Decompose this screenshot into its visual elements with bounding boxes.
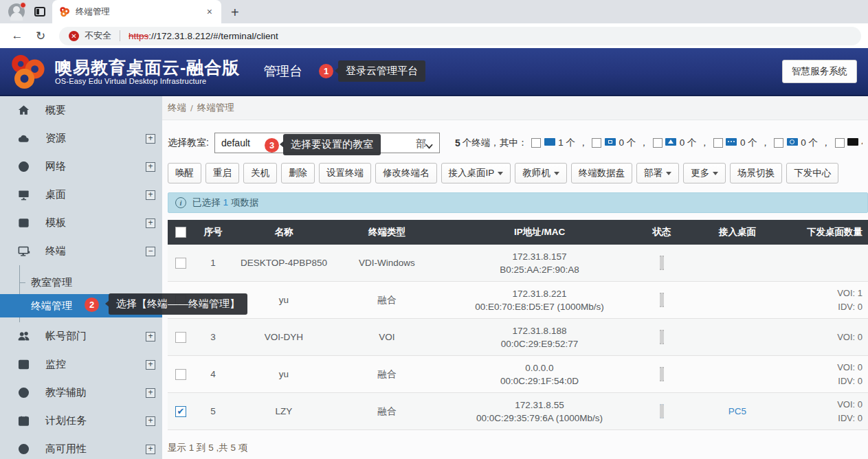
table-row: 2yu融合172.31.8.22100:E0:70:E8:D5:E7 (1000… — [168, 282, 868, 319]
expand-plus-icon[interactable]: + — [146, 445, 155, 454]
expand-plus-icon[interactable]: + — [146, 416, 155, 426]
col-header-status[interactable]: 状态 — [641, 226, 683, 238]
col-header-type[interactable]: 终端类型 — [335, 226, 438, 238]
sidebar-item-template[interactable]: 模板+ — [0, 209, 162, 237]
cell-access-desktop[interactable]: PC5 — [683, 406, 792, 416]
sidebar-item-resources[interactable]: 资源+ — [0, 124, 162, 153]
row-checkbox[interactable] — [175, 369, 186, 380]
sidebar-item-classroom-management[interactable]: 教室管理 — [0, 271, 162, 294]
more-button[interactable]: 更多 — [683, 163, 726, 183]
sidebar-item-monitoring[interactable]: 监控+ — [0, 350, 162, 379]
deploy-button[interactable]: 部署 — [636, 163, 679, 183]
terminal-total-label: 个终端，其中： — [463, 137, 528, 149]
new-tab-button[interactable]: + — [221, 5, 249, 23]
scene-switch-button[interactable]: 场景切换 — [730, 163, 782, 183]
sidebar-item-terminal[interactable]: 终端− — [0, 237, 162, 265]
col-header-desktop-count[interactable]: 下发桌面数量 — [792, 226, 868, 238]
restart-button[interactable]: 重启 — [205, 163, 239, 183]
terminal-status-icon — [660, 332, 664, 342]
state-filter-checkbox[interactable] — [653, 138, 663, 148]
sidebar-item-accounts[interactable]: 帐号部门+ — [0, 322, 162, 350]
delete-button[interactable]: 删除 — [281, 163, 315, 183]
button-label: 删除 — [289, 167, 307, 179]
state-filter-checkbox[interactable] — [774, 138, 783, 148]
browser-profile-avatar[interactable] — [8, 3, 25, 20]
col-header-name[interactable]: 名称 — [232, 226, 335, 238]
breadcrumb-terminal[interactable]: 终端 — [168, 102, 186, 114]
cell-desktop-counts: VOI: 1IDV: 0 — [792, 287, 868, 314]
dispatch-center-button[interactable]: 下发中心 — [786, 163, 838, 183]
access-desktop-ip-button[interactable]: 接入桌面IP — [441, 163, 511, 183]
workspaces-icon[interactable] — [34, 7, 45, 16]
browser-toolbar: ← ↻ ✕ 不安全 https://172.31.8.212/#/termina… — [0, 23, 868, 48]
browser-tab-active[interactable]: 终端管理 × — [52, 0, 221, 23]
expand-plus-icon[interactable]: + — [146, 388, 155, 398]
step-tooltip-2: 选择【终端——终端管理】 — [109, 293, 247, 315]
calendar-icon — [16, 414, 30, 428]
state-count-label: 0 个 — [680, 137, 697, 149]
action-toolbar: 唤醒重启关机删除设置终端修改终端名接入桌面IP教师机终端数据盘部署更多场景切换下… — [168, 163, 863, 183]
col-header-access-desktop[interactable]: 接入桌面 — [683, 226, 792, 238]
row-checkbox[interactable]: ✔ — [175, 406, 186, 417]
desktop-count-line: IDV: 0 — [792, 300, 863, 314]
address-bar[interactable]: ✕ 不安全 https://172.31.8.212/#/terminal/cl… — [59, 27, 861, 45]
divider — [120, 30, 120, 41]
sidebar-item-teaching-assist[interactable]: 教学辅助+ — [0, 379, 162, 407]
smart-service-button[interactable]: 智慧服务系统 — [782, 60, 857, 83]
back-icon[interactable]: ← — [7, 29, 27, 43]
pagination-summary: 显示 1 到 5 ,共 5 项 — [168, 442, 863, 454]
rename-terminal-button[interactable]: 修改终端名 — [375, 163, 437, 183]
refresh-icon[interactable]: ↻ — [30, 29, 51, 43]
obscured-text-fragment: 部 — [416, 137, 426, 150]
state-count-label: 4 个 — [862, 137, 863, 149]
row-checkbox[interactable] — [175, 258, 186, 269]
state-filter-checkbox[interactable] — [592, 138, 601, 148]
wake-button[interactable]: 唤醒 — [168, 163, 201, 183]
col-header-ip-mac[interactable]: IP地址/MAC — [438, 226, 641, 238]
expand-plus-icon[interactable]: + — [146, 162, 155, 172]
sidebar-item-desktop[interactable]: 桌面+ — [0, 181, 162, 209]
separator: ， — [700, 137, 709, 149]
state-filter-checkbox[interactable] — [835, 138, 845, 148]
sidebar-item-overview[interactable]: 概要 — [0, 96, 162, 124]
expand-plus-icon[interactable]: + — [146, 332, 155, 342]
expand-plus-icon[interactable]: + — [146, 190, 155, 200]
col-header-number[interactable]: 序号 — [194, 226, 232, 238]
expand-plus-icon[interactable]: + — [146, 219, 155, 228]
terminal-summary: 5 个终端，其中： 1 个，0 个，0 个，0 个，0 个，4 个， — [455, 137, 863, 149]
url-text[interactable]: https://172.31.8.212/#/terminal/client — [129, 31, 278, 41]
sidebar-subitem-label: 终端管理 — [31, 300, 72, 313]
collapse-minus-icon[interactable]: − — [146, 247, 155, 256]
row-checkbox[interactable] — [175, 332, 186, 343]
notification-dot — [20, 2, 26, 8]
home-icon — [16, 104, 30, 117]
terminal-state-timer-icon — [786, 138, 798, 148]
state-filter-checkbox[interactable] — [713, 138, 723, 148]
cell-ip-mac: 172.31.8.18800:0C:29:E9:52:77 — [438, 324, 641, 350]
select-all-checkbox[interactable] — [175, 227, 186, 238]
button-label: 设置终端 — [326, 167, 364, 179]
desktop-count-line: VOI: 1 — [792, 287, 863, 300]
sidebar-item-high-availability[interactable]: HA高可用性+ — [0, 435, 162, 459]
mac-address: 00:0C:29:35:79:6A (1000Mb/s) — [438, 412, 641, 425]
cell-name: yu — [232, 295, 335, 305]
oseasy-logo-icon — [10, 54, 48, 89]
console-label: 管理台 — [263, 63, 302, 80]
classroom-select-value: default — [221, 137, 250, 148]
shutdown-button[interactable]: 关机 — [243, 163, 277, 183]
set-terminal-button[interactable]: 设置终端 — [319, 163, 371, 183]
not-secure-label[interactable]: 不安全 — [85, 30, 111, 42]
svg-text:HA: HA — [20, 447, 27, 451]
button-label: 终端数据盘 — [579, 167, 625, 179]
expand-plus-icon[interactable]: + — [146, 134, 155, 144]
tab-close-icon[interactable]: × — [205, 6, 214, 17]
terminal-status-icon — [660, 369, 664, 379]
sidebar-item-network[interactable]: 网络+ — [0, 153, 162, 181]
expand-plus-icon[interactable]: + — [146, 360, 155, 370]
teacher-machine-button[interactable]: 教师机 — [515, 163, 567, 183]
sidebar-subitem-label: 教室管理 — [31, 276, 72, 289]
button-label: 重启 — [213, 167, 232, 179]
terminal-data-disk-button[interactable]: 终端数据盘 — [571, 163, 633, 183]
state-filter-checkbox[interactable] — [531, 138, 541, 148]
sidebar-item-scheduled-tasks[interactable]: 计划任务+ — [0, 407, 162, 435]
